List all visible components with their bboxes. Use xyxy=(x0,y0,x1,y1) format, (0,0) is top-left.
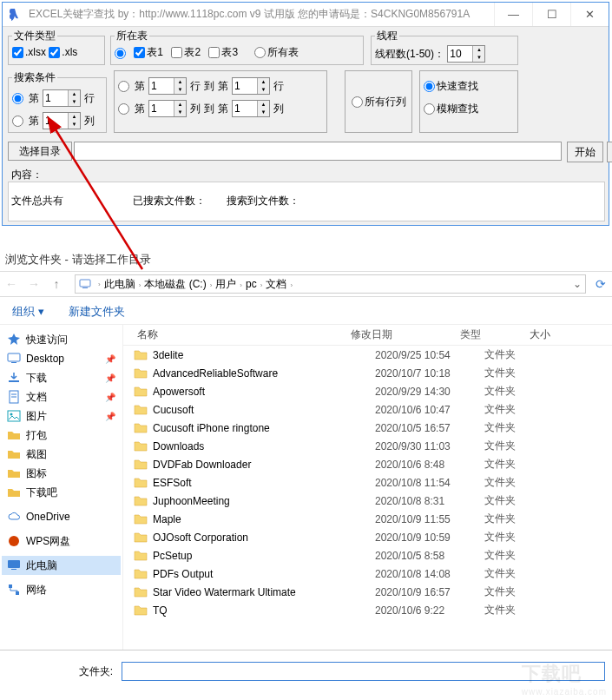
wps-icon xyxy=(7,534,21,548)
breadcrumb[interactable]: › 此电脑›本地磁盘 (C:)›用户›pc›文档› ⌄ xyxy=(75,274,586,294)
range-col-radio[interactable] xyxy=(118,102,131,115)
file-row[interactable]: AdvancedReliableSoftware2020/10/7 10:18文… xyxy=(123,364,612,382)
star-icon xyxy=(7,333,21,347)
tree-item[interactable]: 文档📌 xyxy=(2,387,121,406)
col-date[interactable]: 修改日期 xyxy=(345,327,455,342)
browse-dialog-title: 浏览文件夹 - 请选择工作目录 xyxy=(5,252,151,267)
folder-icon xyxy=(134,458,149,472)
file-date: 2020/10/5 8:58 xyxy=(375,550,484,562)
file-row[interactable]: TQ2020/10/6 9:22文件夹 xyxy=(123,601,612,619)
close-button[interactable]: ✕ xyxy=(570,3,609,26)
tree-label: 下载吧 xyxy=(26,485,57,500)
file-name: OJOsoft Corporation xyxy=(153,532,375,544)
file-row[interactable]: PcSetup2020/10/5 8:58文件夹 xyxy=(123,546,612,565)
crumb[interactable]: 此电脑 xyxy=(104,278,135,290)
file-date: 2020/10/6 9:22 xyxy=(375,604,484,617)
fast-radio[interactable]: 快速查找 xyxy=(424,79,478,94)
refresh-button[interactable]: ⟳ xyxy=(589,277,612,291)
sheet-radio-main[interactable] xyxy=(115,46,128,58)
stop-button[interactable]: 停止 xyxy=(607,142,612,162)
file-row[interactable]: JuphoonMeeting2020/10/8 8:31文件夹 xyxy=(123,492,612,510)
tree-label: OneDrive xyxy=(26,511,70,523)
file-name: Downloads xyxy=(153,440,375,452)
file-row[interactable]: DVDFab Downloader2020/10/6 8:48文件夹 xyxy=(123,455,612,473)
col-name[interactable]: 名称 xyxy=(123,327,345,342)
thread-stepper[interactable]: ▲▼ xyxy=(447,45,485,63)
nav-forward-button[interactable]: → xyxy=(23,277,45,291)
svg-rect-12 xyxy=(8,560,20,568)
file-row[interactable]: Cucusoft2020/10/6 10:47文件夹 xyxy=(123,400,612,419)
sheet-all-radio[interactable]: 所有表 xyxy=(254,46,299,58)
file-type-legend: 文件类型 xyxy=(12,29,57,43)
range-row-radio[interactable] xyxy=(118,80,131,92)
chevron-right-icon: › xyxy=(286,281,296,289)
fuzzy-radio[interactable]: 模糊查找 xyxy=(424,102,478,116)
thread-label: 线程数(1-50)： xyxy=(375,48,444,60)
file-row[interactable]: Star Video Watermark Ultimate2020/10/9 1… xyxy=(123,583,612,601)
start-button[interactable]: 开始 xyxy=(567,142,603,162)
xlsx-checkbox[interactable]: .xlsx xyxy=(12,46,46,58)
tree-item[interactable]: 截图 xyxy=(2,445,121,464)
col-stepper[interactable]: ▲▼ xyxy=(43,112,81,129)
file-row[interactable]: PDFs Output2020/10/8 14:08文件夹 xyxy=(123,565,612,583)
stepper-arrows[interactable]: ▲▼ xyxy=(472,46,484,62)
minimize-button[interactable]: — xyxy=(494,3,532,26)
tree-item[interactable]: 下载吧 xyxy=(2,483,121,502)
all-rowcol-radio[interactable]: 所有行列 xyxy=(352,95,406,109)
dir-path-field[interactable] xyxy=(74,142,562,161)
row-stepper[interactable]: ▲▼ xyxy=(43,89,81,107)
folder-name-input[interactable] xyxy=(122,662,605,681)
tree-item[interactable]: 图片📌 xyxy=(2,406,121,426)
col-size[interactable]: 大小 xyxy=(524,327,612,342)
tree-item[interactable]: Desktop📌 xyxy=(2,349,121,368)
thread-input[interactable] xyxy=(448,46,472,62)
download-icon xyxy=(7,371,21,385)
file-row[interactable]: ESFSoft2020/10/8 11:54文件夹 xyxy=(123,473,612,492)
crumb[interactable]: pc xyxy=(246,278,257,290)
tree-label: 截图 xyxy=(26,447,47,462)
tree-item[interactable]: 快速访问 xyxy=(2,330,121,349)
file-pane: 名称 修改日期 类型 大小 3delite2020/9/25 10:54文件夹A… xyxy=(123,325,612,650)
tree-item[interactable]: 下载📌 xyxy=(2,368,121,387)
row-radio[interactable] xyxy=(12,92,25,104)
maximize-button[interactable]: ☐ xyxy=(532,3,570,26)
doc-icon xyxy=(7,390,21,404)
file-name: PcSetup xyxy=(153,550,375,562)
sheet1-checkbox[interactable]: 表1 xyxy=(134,46,163,58)
new-folder-button[interactable]: 新建文件夹 xyxy=(56,304,137,320)
tree-item[interactable]: 打包 xyxy=(2,426,121,445)
choose-dir-button[interactable]: 选择目录 xyxy=(8,142,72,161)
file-type-group: 文件类型 .xlsx .xls xyxy=(8,29,105,65)
range-c-stepper[interactable]: ▲▼ xyxy=(148,100,187,117)
tree-item[interactable]: OneDrive xyxy=(2,507,121,526)
crumb[interactable]: 用户 xyxy=(215,278,236,290)
tree-item[interactable]: 图标 xyxy=(2,464,121,483)
range-b-stepper[interactable]: ▲▼ xyxy=(232,77,270,95)
tree-item[interactable]: WPS网盘 xyxy=(2,532,121,551)
file-date: 2020/9/29 14:30 xyxy=(375,386,484,398)
file-row[interactable]: Apowersoft2020/9/29 14:30文件夹 xyxy=(123,382,612,400)
file-row[interactable]: Cucusoft iPhone ringtone2020/10/5 16:57文… xyxy=(123,419,612,437)
sheet3-checkbox[interactable]: 表3 xyxy=(208,46,238,58)
file-row[interactable]: Downloads2020/9/30 11:03文件夹 xyxy=(123,437,612,455)
file-row[interactable]: 3delite2020/9/25 10:54文件夹 xyxy=(123,346,612,364)
tree-item[interactable]: 网络 xyxy=(2,580,121,599)
crumb[interactable]: 文档 xyxy=(266,278,286,290)
crumb[interactable]: 本地磁盘 (C:) xyxy=(144,278,206,290)
svg-rect-3 xyxy=(8,353,20,361)
organize-menu[interactable]: 组织 ▾ xyxy=(0,304,56,320)
col-radio[interactable] xyxy=(12,115,25,127)
file-row[interactable]: OJOsoft Corporation2020/10/9 10:59文件夹 xyxy=(123,528,612,546)
tree-item[interactable]: 此电脑 xyxy=(2,556,121,575)
breadcrumb-dropdown-icon[interactable]: ⌄ xyxy=(573,278,582,290)
col-type[interactable]: 类型 xyxy=(455,327,524,342)
range-a-stepper[interactable]: ▲▼ xyxy=(148,77,187,95)
xls-checkbox[interactable]: .xls xyxy=(49,46,77,58)
file-row[interactable]: Maple2020/10/9 11:55文件夹 xyxy=(123,510,612,528)
nav-up-button[interactable]: ↑ xyxy=(45,277,68,291)
range-d-stepper[interactable]: ▲▼ xyxy=(232,100,270,117)
svg-rect-1 xyxy=(80,280,90,287)
nav-back-button[interactable]: ← xyxy=(0,277,23,291)
sheet2-checkbox[interactable]: 表2 xyxy=(171,46,201,58)
pin-icon: 📌 xyxy=(105,393,115,402)
